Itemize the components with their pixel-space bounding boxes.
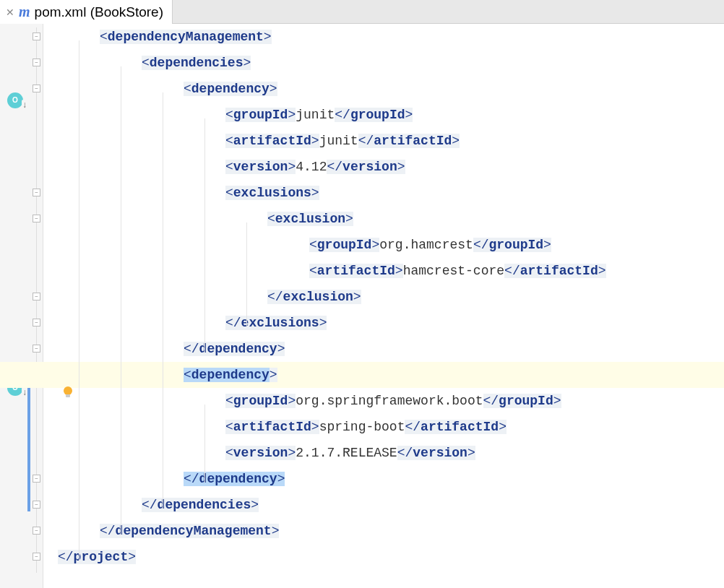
fold-end-icon[interactable]: −	[33, 293, 40, 301]
code-area[interactable]: <dependencyManagement> <dependencies> <d…	[43, 24, 724, 588]
tab-bar: ✕ m pom.xml (BookStore)	[0, 0, 724, 24]
tab-label: pom.xml (BookStore)	[35, 4, 163, 20]
fold-collapse-icon[interactable]: −	[33, 85, 40, 92]
code-line[interactable]: </project>	[58, 544, 724, 570]
override-icon[interactable]: O	[7, 92, 23, 108]
editor-tab[interactable]: ✕ m pom.xml (BookStore)	[0, 0, 173, 24]
code-line[interactable]: <groupId>junit</groupId>	[58, 102, 724, 128]
svg-point-0	[64, 386, 72, 395]
code-line[interactable]: </exclusion>	[58, 284, 724, 310]
fold-collapse-icon[interactable]: −	[33, 215, 40, 222]
code-line[interactable]: <groupId>org.springframework.boot</group…	[58, 388, 724, 414]
code-line[interactable]: <dependencies>	[58, 50, 724, 76]
code-line[interactable]: <version>4.12</version>	[58, 154, 724, 180]
fold-end-icon[interactable]: −	[33, 475, 40, 483]
code-line[interactable]: <exclusions>	[58, 180, 724, 206]
code-line[interactable]: <artifactId>hamcrest-core</artifactId>	[58, 258, 724, 284]
code-line[interactable]: <dependency>	[58, 76, 724, 102]
fold-collapse-icon[interactable]: −	[33, 189, 40, 196]
code-line[interactable]: </dependency>	[58, 466, 724, 492]
code-line[interactable]: </dependencyManagement>	[58, 518, 724, 544]
fold-end-icon[interactable]: −	[33, 345, 40, 353]
code-line-current[interactable]: <dependency>	[0, 362, 724, 388]
fold-end-icon[interactable]: −	[33, 527, 40, 535]
fold-end-icon[interactable]: −	[33, 501, 40, 509]
svg-rect-1	[66, 394, 70, 397]
maven-icon: m	[19, 4, 30, 20]
fold-end-icon[interactable]: −	[33, 319, 40, 327]
fold-collapse-icon[interactable]: −	[33, 33, 40, 40]
code-line[interactable]: <artifactId>junit</artifactId>	[58, 128, 724, 154]
close-icon[interactable]: ✕	[6, 7, 14, 17]
code-line[interactable]: </dependencies>	[58, 492, 724, 518]
intention-bulb-icon[interactable]	[61, 385, 75, 399]
code-line[interactable]: <dependencyManagement>	[58, 24, 724, 50]
fold-gutter[interactable]: − − − − − − − − − − − − −	[30, 24, 43, 588]
code-line[interactable]: <groupId>org.hamcrest</groupId>	[58, 232, 724, 258]
fold-end-icon[interactable]: −	[33, 553, 40, 561]
gutter[interactable]: O O	[0, 24, 30, 588]
code-line[interactable]: </exclusions>	[58, 310, 724, 336]
code-line[interactable]: <artifactId>spring-boot</artifactId>	[58, 414, 724, 440]
code-line[interactable]: </dependency>	[58, 336, 724, 362]
fold-collapse-icon[interactable]: −	[33, 59, 40, 66]
editor[interactable]: O O − − − − − − − − − − − − − <dependenc…	[0, 24, 724, 588]
code-line[interactable]: <exclusion>	[58, 206, 724, 232]
code-line[interactable]: <version>2.1.7.RELEASE</version>	[58, 440, 724, 466]
